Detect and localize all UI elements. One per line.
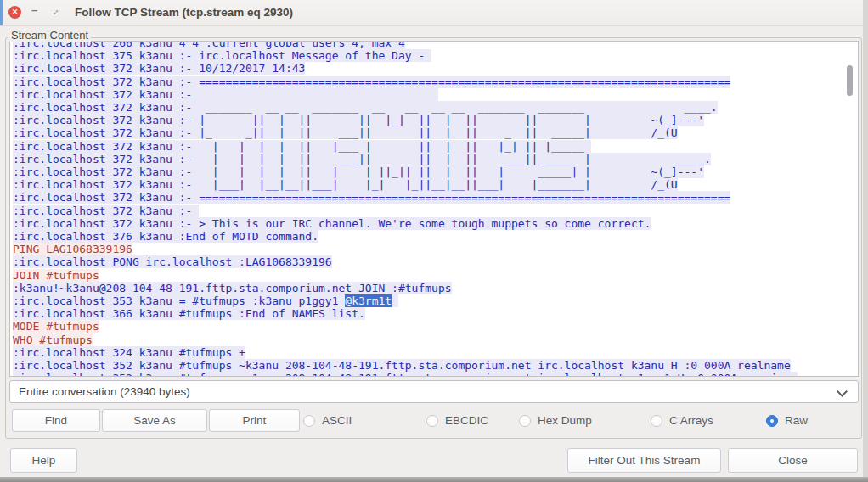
stream-line: MODE #tufmups	[13, 320, 858, 333]
window-right-edge	[863, 0, 868, 482]
stream-line: :irc.localhost 372 k3anu :- > This is ou…	[13, 217, 858, 230]
stream-line: :irc.localhost PONG irc.localhost :LAG10…	[13, 255, 858, 268]
help-button[interactable]: Help	[10, 448, 77, 473]
stream-line: :k3anu!~k3anu@208-104-48-191.fttp.sta.co…	[13, 282, 858, 294]
radio-label: EBCDIC	[445, 414, 488, 427]
radio-circle-icon[interactable]	[426, 415, 438, 427]
stream-content-label: Stream Content	[8, 29, 91, 42]
stream-line: :irc.localhost 372 k3anu :- | || | || ||…	[13, 114, 858, 126]
stream-line: :irc.localhost 375 k3anu :- irc.localhos…	[13, 49, 858, 62]
radio-ascii[interactable]: ASCII	[303, 409, 352, 432]
find-button[interactable]: Find	[12, 409, 100, 432]
window-bottom-edge	[0, 477, 868, 482]
print-button[interactable]: Print	[209, 409, 300, 432]
radio-c-arrays[interactable]: C Arrays	[651, 409, 713, 432]
radio-ebcdic[interactable]: EBCDIC	[426, 409, 488, 432]
stream-line: :irc.localhost 366 k3anu #tufmups :End o…	[13, 307, 858, 320]
radio-label: Raw	[785, 414, 808, 427]
vertical-scrollbar-thumb[interactable]	[847, 65, 853, 96]
radio-label: ASCII	[322, 414, 352, 427]
stream-line: PING LAG1068339196	[13, 243, 858, 255]
stream-line: :irc.localhost 352 k3anu #tufmups ~k3anu…	[13, 359, 858, 372]
minimize-icon[interactable]: –	[31, 3, 37, 16]
radio-hex-dump[interactable]: Hex Dump	[519, 409, 592, 432]
stream-content-area[interactable]: :irc.localhost 266 k3anu 4 4 :Current gl…	[9, 41, 859, 377]
radio-circle-icon[interactable]	[303, 415, 315, 427]
radio-circle-icon[interactable]	[519, 415, 531, 427]
stream-line: :irc.localhost 372 k3anu :- | | | | || _…	[13, 153, 858, 165]
stream-line: JOIN #tufmups	[13, 269, 858, 282]
stream-line: :irc.localhost 372 k3anu :-	[13, 205, 858, 217]
window-edge-accent	[0, 0, 3, 25]
stream-line: :irc.localhost 324 k3anu #tufmups +	[13, 346, 858, 359]
stream-line: :irc.localhost 372 k3anu :- ============…	[13, 191, 858, 204]
radio-circle-icon[interactable]	[766, 415, 778, 427]
radio-label: C Arrays	[669, 414, 713, 427]
radio-circle-icon[interactable]	[651, 415, 662, 427]
chevron-down-icon	[837, 386, 848, 397]
close-button[interactable]: Close	[728, 448, 858, 473]
stream-line: :irc.localhost 372 k3anu :- | | | | || |…	[13, 165, 858, 178]
radio-raw[interactable]: Raw	[766, 409, 808, 432]
stream-line: :irc.localhost 372 k3anu :- |_ _|| | || …	[13, 126, 858, 139]
stream-line: WHO #tufmups	[13, 333, 858, 346]
stream-line: :irc.localhost 372 k3anu :- _______ __ _…	[13, 101, 858, 114]
conversation-select[interactable]: Entire conversation (23940 bytes)	[9, 380, 859, 403]
stream-text: :irc.localhost 266 k3anu 4 4 :Current gl…	[10, 41, 858, 377]
stream-line: :irc.localhost 372 k3anu :- | | | | || |…	[13, 140, 858, 153]
close-icon[interactable]: ✕	[8, 6, 21, 19]
stream-line: :irc.localhost 372 k3anu :- |___| |__|__…	[13, 178, 858, 191]
titlebar: ✕ – ↔ Follow TCP Stream (tcp.stream eq 2…	[0, 0, 868, 26]
maximize-icon[interactable]: ↔	[47, 3, 62, 19]
radio-label: Hex Dump	[538, 414, 592, 427]
stream-line: :irc.localhost 372 k3anu :-	[13, 88, 858, 101]
filter-out-this-stream-button[interactable]: Filter Out This Stream	[567, 448, 721, 473]
save-as-button[interactable]: Save As	[102, 409, 207, 432]
stream-line: :irc.localhost 376 k3anu :End of MOTD co…	[13, 230, 858, 243]
stream-line: :irc.localhost 372 k3anu :- ============…	[13, 76, 858, 88]
stream-line: :irc.localhost 352 k3anu #tufmups ~p1ggy…	[13, 372, 858, 377]
stream-line: :irc.localhost 266 k3anu 4 4 :Current gl…	[13, 41, 858, 49]
stream-line: :irc.localhost 353 k3anu = #tufmups :k3a…	[13, 294, 858, 307]
conversation-select-value: Entire conversation (23940 bytes)	[19, 385, 190, 398]
stream-line: :irc.localhost 372 k3anu :- 10/12/2017 1…	[13, 62, 858, 75]
window-title: Follow TCP Stream (tcp.stream eq 2930)	[75, 6, 293, 19]
